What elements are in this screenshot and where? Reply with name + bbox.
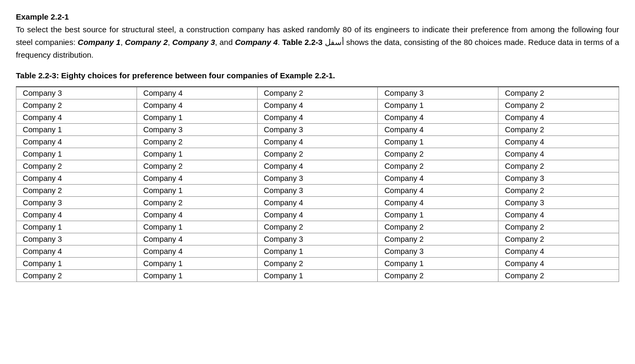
table-cell: Company 3 <box>378 87 498 99</box>
table-cell: Company 1 <box>137 269 257 281</box>
table-row: Company 4Company 4Company 3Company 4Comp… <box>16 172 619 184</box>
table-cell: Company 1 <box>378 257 498 269</box>
table-cell: Company 1 <box>137 148 257 160</box>
table-cell: Company 2 <box>137 135 257 148</box>
table-cell: Company 3 <box>16 233 137 245</box>
table-cell: Company 3 <box>498 172 619 184</box>
table-cell: Company 2 <box>16 99 137 111</box>
table-cell: Company 3 <box>378 245 498 257</box>
table-cell: Company 1 <box>378 208 498 221</box>
table-cell: Company 1 <box>16 221 137 233</box>
table-cell: Company 1 <box>137 111 257 123</box>
table-cell: Company 2 <box>16 269 137 281</box>
table-row: Company 1Company 1Company 2Company 2Comp… <box>16 148 619 160</box>
table-row: Company 4Company 4Company 4Company 1Comp… <box>16 208 619 221</box>
table-cell: Company 2 <box>378 221 498 233</box>
table-cell: Company 3 <box>257 184 378 196</box>
table-cell: Company 1 <box>16 257 137 269</box>
table-cell: Company 2 <box>498 160 619 172</box>
table-cell: Company 4 <box>16 208 137 221</box>
table-row: Company 3Company 4Company 3Company 2Comp… <box>16 233 619 245</box>
intro-section: Example 2.2-1 To select the best source … <box>16 11 619 61</box>
table-cell: Company 1 <box>137 221 257 233</box>
table-cell: Company 4 <box>498 148 619 160</box>
table-cell: Company 4 <box>378 111 498 123</box>
table-cell: Company 3 <box>257 233 378 245</box>
table-row: Company 2Company 1Company 1Company 2Comp… <box>16 269 619 281</box>
table-cell: Company 1 <box>257 245 378 257</box>
table-cell: Company 4 <box>257 135 378 148</box>
table-cell: Company 4 <box>378 184 498 196</box>
intro-paragraph: To select the best source for structural… <box>16 25 619 59</box>
table-cell: Company 4 <box>257 208 378 221</box>
table-cell: Company 3 <box>137 123 257 135</box>
table-cell: Company 4 <box>378 123 498 135</box>
table-title: Table 2.2-3: Eighty choices for preferen… <box>16 70 619 82</box>
table-cell: Company 4 <box>16 245 137 257</box>
table-cell: Company 4 <box>257 160 378 172</box>
table-cell: Company 2 <box>498 99 619 111</box>
table-cell: Company 1 <box>257 269 378 281</box>
table-cell: Company 3 <box>16 87 137 99</box>
table-row: Company 3Company 4Company 2Company 3Comp… <box>16 87 619 99</box>
table-cell: Company 4 <box>137 245 257 257</box>
table-row: Company 1Company 3Company 3Company 4Comp… <box>16 123 619 135</box>
table-cell: Company 2 <box>498 221 619 233</box>
table-cell: Company 2 <box>257 148 378 160</box>
table-cell: Company 3 <box>257 172 378 184</box>
table-row: Company 1Company 1Company 2Company 1Comp… <box>16 257 619 269</box>
table-cell: Company 2 <box>257 257 378 269</box>
table-cell: Company 4 <box>137 233 257 245</box>
table-cell: Company 1 <box>378 135 498 148</box>
table-cell: Company 3 <box>16 196 137 208</box>
table-cell: Company 2 <box>16 184 137 196</box>
table-cell: Company 1 <box>16 148 137 160</box>
table-cell: Company 2 <box>498 184 619 196</box>
table-cell: Company 4 <box>378 196 498 208</box>
table-row: Company 3Company 2Company 4Company 4Comp… <box>16 196 619 208</box>
table-cell: Company 2 <box>137 160 257 172</box>
table-cell: Company 4 <box>257 111 378 123</box>
table-cell: Company 4 <box>378 172 498 184</box>
table-cell: Company 3 <box>498 196 619 208</box>
table-cell: Company 4 <box>137 172 257 184</box>
table-cell: Company 2 <box>498 123 619 135</box>
table-cell: Company 4 <box>16 172 137 184</box>
table-cell: Company 2 <box>137 196 257 208</box>
table-cell: Company 2 <box>257 221 378 233</box>
table-cell: Company 1 <box>137 184 257 196</box>
table-cell: Company 2 <box>16 160 137 172</box>
table-cell: Company 3 <box>257 123 378 135</box>
table-row: Company 2Company 4Company 4Company 1Comp… <box>16 99 619 111</box>
table-cell: Company 4 <box>257 99 378 111</box>
table-cell: Company 2 <box>378 148 498 160</box>
table-cell: Company 1 <box>378 99 498 111</box>
table-cell: Company 2 <box>257 87 378 99</box>
table-row: Company 4Company 4Company 1Company 3Comp… <box>16 245 619 257</box>
table-row: Company 1Company 1Company 2Company 2Comp… <box>16 221 619 233</box>
table-cell: Company 1 <box>137 257 257 269</box>
table-cell: Company 4 <box>137 87 257 99</box>
table-cell: Company 2 <box>378 233 498 245</box>
table-cell: Company 4 <box>498 135 619 148</box>
table-cell: Company 4 <box>16 135 137 148</box>
table-cell: Company 4 <box>137 208 257 221</box>
table-cell: Company 2 <box>498 87 619 99</box>
table-row: Company 2Company 2Company 4Company 2Comp… <box>16 160 619 172</box>
table-cell: Company 4 <box>498 208 619 221</box>
table-row: Company 4Company 2Company 4Company 1Comp… <box>16 135 619 148</box>
table-row: Company 4Company 1Company 4Company 4Comp… <box>16 111 619 123</box>
data-table: Company 3Company 4Company 2Company 3Comp… <box>16 86 619 282</box>
table-cell: Company 4 <box>498 111 619 123</box>
table-row: Company 2Company 1Company 3Company 4Comp… <box>16 184 619 196</box>
table-cell: Company 2 <box>498 269 619 281</box>
table-cell: Company 4 <box>257 196 378 208</box>
table-cell: Company 4 <box>137 99 257 111</box>
table-cell: Company 2 <box>378 160 498 172</box>
table-cell: Company 4 <box>498 245 619 257</box>
example-label: Example 2.2-1 <box>16 12 69 21</box>
table-cell: Company 2 <box>498 233 619 245</box>
table-cell: Company 1 <box>16 123 137 135</box>
table-cell: Company 4 <box>16 111 137 123</box>
table-cell: Company 2 <box>378 269 498 281</box>
